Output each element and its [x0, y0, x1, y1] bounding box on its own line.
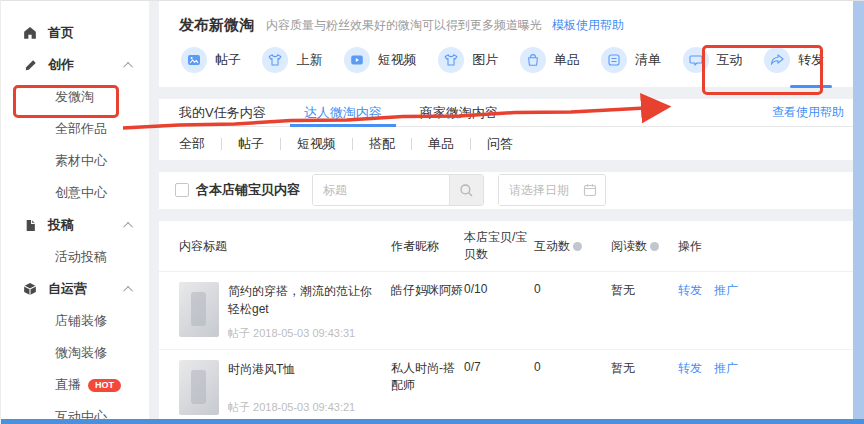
checkbox-label: 含本店铺宝贝内容: [196, 181, 300, 199]
author-cell: 私人时尚-搭配师: [391, 360, 464, 415]
reads-cell: 暂无: [611, 282, 678, 341]
filter-separator: [411, 138, 412, 150]
filter-outfit[interactable]: 搭配: [369, 135, 395, 153]
tab-daren-weitao-content[interactable]: 达人微淘内容: [304, 99, 382, 126]
publish-tab-label: 单品: [554, 51, 580, 69]
publish-tab-single-item[interactable]: 单品: [520, 47, 580, 73]
include-shop-items-checkbox[interactable]: [175, 183, 189, 197]
shopping-bag-icon: [520, 47, 546, 73]
content-title[interactable]: 时尚港风T恤: [228, 360, 355, 378]
template-help-link[interactable]: 模板使用帮助: [552, 17, 624, 34]
sidebar-item-label: 店铺装修: [55, 312, 107, 330]
row-thumbnail[interactable]: [179, 282, 219, 337]
content-meta: 帖子 2018-05-03 09:43:31: [228, 318, 377, 341]
content-title-cell: 简约的穿搭，潮流的范让你轻松get 帖子 2018-05-03 09:43:31: [179, 282, 391, 341]
main-content: 发布新微淘 内容质量与粉丝效果好的微淘可以得到更多频道曝光 模板使用帮助 帖子 …: [159, 1, 864, 424]
filter-all[interactable]: 全部: [179, 135, 205, 153]
publish-tab-short-video[interactable]: 短视频: [344, 47, 417, 73]
sidebar: 首页 创作 发微淘 全部作品 素材中心 创意中心: [1, 1, 149, 424]
date-picker-group: [498, 174, 606, 206]
publish-tab-interaction[interactable]: 互动: [683, 47, 743, 73]
content-title[interactable]: 简约的穿搭，潮流的范让你轻松get: [228, 282, 377, 318]
column-header-actions: 操作: [678, 238, 844, 255]
promote-link[interactable]: 推广: [714, 282, 738, 341]
sidebar-item-label: 自运营: [48, 280, 87, 298]
filter-single-item[interactable]: 单品: [428, 135, 454, 153]
sidebar-item-submission[interactable]: 投稿: [1, 209, 149, 241]
filter-separator: [352, 138, 353, 150]
column-header-reads: 阅读数: [611, 238, 678, 255]
sidebar-item-label: 创作: [48, 56, 74, 74]
tab-my-v-task-content[interactable]: 我的V任务内容: [179, 99, 266, 126]
column-header-title: 内容标题: [179, 238, 391, 255]
table-row: 时尚港风T恤 帖子 2018-05-03 09:43:21 私人时尚-搭配师 0…: [159, 350, 864, 424]
sidebar-divider: [149, 1, 159, 424]
sidebar-item-home[interactable]: 首页: [1, 17, 149, 49]
filter-short-video[interactable]: 短视频: [297, 135, 336, 153]
sidebar-item-label: 首页: [48, 24, 74, 42]
actions-cell: 转发 推广: [678, 360, 844, 415]
sidebar-item-label: 微淘装修: [55, 344, 107, 362]
video-icon: [344, 47, 370, 73]
sidebar-item-weitao-decoration[interactable]: 微淘装修: [1, 337, 149, 369]
tshirt-icon: [438, 47, 464, 73]
page-subtitle: 内容质量与粉丝效果好的微淘可以得到更多频道曝光: [266, 17, 542, 34]
items-count-cell: 0/10: [464, 282, 534, 341]
publish-tab-list[interactable]: 清单: [601, 47, 661, 73]
window-edge-right: [853, 1, 864, 419]
publish-tab-label: 帖子: [215, 51, 241, 69]
content-title-cell: 时尚港风T恤 帖子 2018-05-03 09:43:21: [179, 360, 391, 415]
sidebar-item-label: 发微淘: [55, 88, 94, 106]
list-icon: [601, 47, 627, 73]
tab-label: 达人微淘内容: [304, 104, 382, 122]
promote-link[interactable]: 推广: [714, 360, 738, 415]
interactions-cell: 0: [534, 360, 611, 415]
app-window: 首页 创作 发微淘 全部作品 素材中心 创意中心: [0, 0, 864, 424]
forward-link[interactable]: 转发: [678, 360, 702, 415]
sidebar-item-live[interactable]: 直播 HOT: [1, 369, 149, 401]
info-icon[interactable]: [573, 242, 582, 251]
search-bar: 含本店铺宝贝内容: [159, 172, 864, 209]
filter-post[interactable]: 帖子: [238, 135, 264, 153]
column-header-interactions: 互动数: [534, 238, 611, 255]
chevron-up-icon: [123, 221, 133, 231]
publish-tab-label: 上新: [296, 51, 322, 69]
publish-tab-image[interactable]: 图片: [438, 47, 498, 73]
table-header-row: 内容标题 作者昵称 本店宝贝/宝贝数 互动数 阅读数 操作: [159, 221, 864, 272]
sidebar-item-creative-center[interactable]: 创意中心: [1, 177, 149, 209]
sidebar-item-activity-submission[interactable]: 活动投稿: [1, 241, 149, 273]
sidebar-item-create[interactable]: 创作: [1, 49, 149, 81]
filter-separator: [470, 138, 471, 150]
content-source-tabs: 我的V任务内容 达人微淘内容 商家微淘内容 查看使用帮助: [159, 99, 864, 127]
tshirt-icon: [262, 47, 288, 73]
title-search-input[interactable]: [313, 175, 449, 205]
sidebar-item-label: 直播: [55, 376, 81, 394]
hot-badge: HOT: [88, 379, 121, 392]
cube-icon: [23, 282, 37, 296]
sidebar-item-shop-decoration[interactable]: 店铺装修: [1, 305, 149, 337]
sidebar-item-all-works[interactable]: 全部作品: [1, 113, 149, 145]
type-filter-row: 全部 帖子 短视频 搭配 单品 问答: [159, 127, 864, 159]
sidebar-item-material-center[interactable]: 素材中心: [1, 145, 149, 177]
sidebar-item-self-operation[interactable]: 自运营: [1, 273, 149, 305]
forward-link[interactable]: 转发: [678, 282, 702, 341]
publish-tab-label: 图片: [472, 51, 498, 69]
sidebar-item-fa-weitao[interactable]: 发微淘: [1, 81, 149, 113]
pencil-icon: [23, 58, 37, 72]
publish-tab-post[interactable]: 帖子: [181, 47, 241, 73]
publish-tab-label: 转发: [798, 51, 824, 69]
search-button[interactable]: [449, 175, 483, 205]
usage-help-link[interactable]: 查看使用帮助: [772, 104, 844, 121]
tab-merchant-weitao-content[interactable]: 商家微淘内容: [420, 99, 498, 126]
section-divider: [159, 209, 864, 221]
publish-tab-new-arrival[interactable]: 上新: [262, 47, 322, 73]
window-edge-bottom: [1, 419, 864, 424]
column-header-items: 本店宝贝/宝贝数: [464, 229, 534, 263]
info-icon[interactable]: [650, 242, 659, 251]
filter-qa[interactable]: 问答: [487, 135, 513, 153]
interactions-cell: 0: [534, 282, 611, 341]
sidebar-item-label: 素材中心: [55, 152, 107, 170]
publish-tab-forward[interactable]: 转发: [764, 47, 824, 73]
date-picker-input[interactable]: [499, 175, 583, 205]
row-thumbnail[interactable]: [179, 360, 219, 415]
